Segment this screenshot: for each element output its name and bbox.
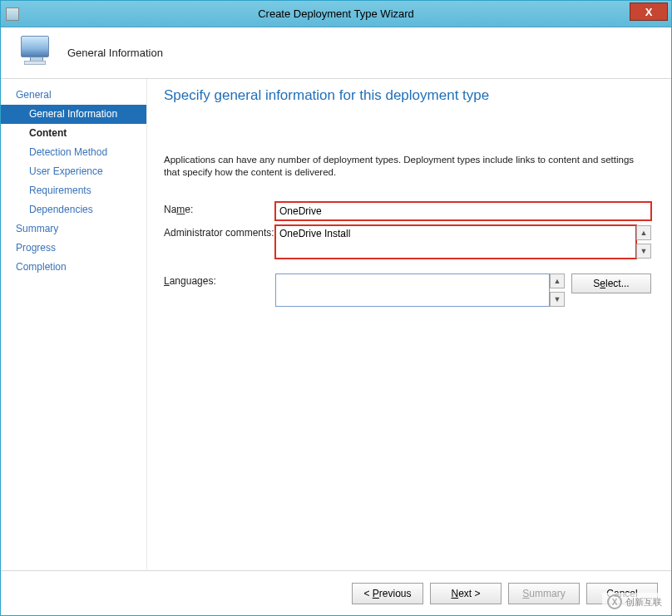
previous-button[interactable]: < Previous [352,583,423,604]
sidebar-item-detection-method[interactable]: Detection Method [1,143,146,162]
next-button[interactable]: Next > [430,583,502,604]
sidebar-item-completion[interactable]: Completion [1,258,146,277]
scroll-up-icon[interactable]: ▲ [636,225,651,240]
sidebar-item-user-experience[interactable]: User Experience [1,162,146,181]
comments-label: Administrator comments: [164,225,275,239]
sidebar-item-dependencies[interactable]: Dependencies [1,200,146,219]
sidebar-item-progress[interactable]: Progress [1,239,146,258]
wizard-footer: < Previous Next > Summary Cancel [1,570,671,615]
name-row: Name: [164,202,651,220]
sidebar-item-general[interactable]: General [1,86,146,105]
name-label: Name: [164,202,275,215]
page-description: Applications can have any number of depl… [164,154,651,179]
computer-icon [16,36,52,71]
titlebar: Create Deployment Type Wizard X [1,1,671,27]
scroll-down-icon[interactable]: ▼ [636,244,651,259]
wizard-body: General General Information Content Dete… [1,79,671,570]
wizard-window: Create Deployment Type Wizard X General … [0,0,672,616]
watermark: X 创新互联 [602,593,667,611]
page-heading: Specify general information for this dep… [164,87,651,104]
languages-scroll: ▲ ▼ [550,274,565,307]
sidebar-item-requirements[interactable]: Requirements [1,181,146,200]
wizard-header: General Information [1,27,671,79]
sidebar-item-summary[interactable]: Summary [1,219,146,239]
watermark-logo-icon: X [607,594,622,609]
scroll-down-icon[interactable]: ▼ [550,292,565,307]
select-languages-button[interactable]: Select... [571,274,651,293]
close-button[interactable]: X [630,2,668,21]
languages-row: Languages: ▲ ▼ Select... [164,274,651,307]
watermark-text: 创新互联 [625,596,662,609]
sidebar-item-general-information[interactable]: General Information [1,105,146,124]
sidebar: General General Information Content Dete… [1,79,147,570]
summary-button: Summary [508,583,580,604]
comments-textarea[interactable] [275,225,636,259]
comments-scroll: ▲ ▼ [636,225,651,259]
languages-label: Languages: [164,274,275,287]
scroll-up-icon[interactable]: ▲ [550,274,565,288]
header-title: General Information [67,47,163,59]
name-input[interactable] [275,202,651,220]
main-panel: Specify general information for this dep… [147,79,671,570]
sidebar-item-content[interactable]: Content [1,124,146,143]
comments-row: Administrator comments: ▲ ▼ [164,225,651,259]
window-title: Create Deployment Type Wizard [1,7,671,20]
languages-listbox[interactable] [275,274,550,307]
